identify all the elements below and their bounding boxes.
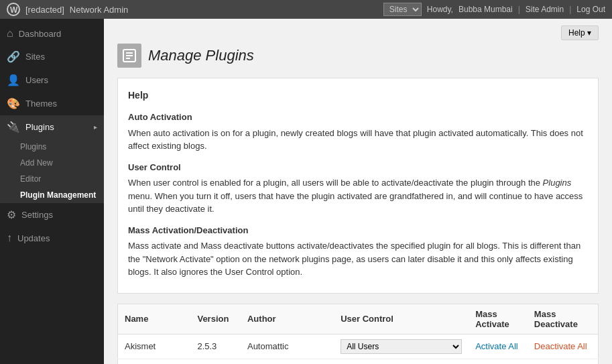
sites-dropdown[interactable]: Sites (383, 3, 422, 16)
mass-activation-heading: Mass Activation/Deactivation (128, 224, 588, 237)
user-control-text-after: menu. When you turn it off, users that h… (128, 191, 583, 215)
plugins-icon: 🔌 (7, 121, 20, 133)
col-author-header: Author (241, 304, 334, 334)
sidebar-item-plugins[interactable]: 🔌 Plugins ▸ (0, 115, 104, 139)
users-icon: 👤 (7, 74, 20, 86)
sidebar-item-label: Settings (21, 210, 53, 220)
col-name-header: Name (118, 304, 191, 334)
sidebar-item-updates[interactable]: ↑ Updates (0, 227, 104, 249)
updates-icon: ↑ (7, 232, 12, 244)
help-bar: Help ▾ (117, 25, 599, 40)
sidebar-item-label: Plugins (25, 122, 54, 132)
help-button[interactable]: Help ▾ (561, 25, 599, 40)
sidebar-item-label: Users (25, 75, 48, 85)
plugins-arrow-icon: ▸ (94, 123, 97, 131)
page-title: Manage Plugins (148, 47, 254, 64)
settings-icon: ⚙ (7, 208, 16, 221)
adminbar-left: W [redacted] Network Admin (7, 3, 128, 16)
plugin-version-hello-dolly: 1.6 (190, 359, 241, 364)
plugin-mass-deactivate-akismet[interactable]: Deactivate All (528, 334, 599, 359)
auto-activation-text: When auto activation is on for a plugin,… (128, 127, 588, 153)
table-row: Akismet 2.5.3 Automattic All Users None … (118, 334, 599, 359)
plugin-name-hello-dolly: Hello Dolly (118, 359, 191, 364)
site-name[interactable]: [redacted] (25, 5, 64, 15)
adminbar-right: Sites Howdy, Bubba Mumbai | Site Admin |… (383, 3, 605, 16)
sidebar-item-label: Updates (17, 233, 50, 243)
sep1: | (518, 5, 520, 14)
plugins-submenu: Plugins Add New Editor Plugin Management (0, 139, 104, 203)
mass-activation-text: Mass activate and Mass deactivate button… (128, 239, 588, 279)
sidebar-item-dashboard[interactable]: ⌂ Dashboard (0, 22, 104, 45)
sidebar-item-sites[interactable]: 🔗 Sites (0, 45, 104, 68)
sep2: | (569, 5, 571, 14)
admin-bar: W [redacted] Network Admin Sites Howdy, … (0, 0, 612, 19)
sidebar-item-themes[interactable]: 🎨 Themes (0, 92, 104, 115)
plugin-table: Name Version Author User Control Mass Ac… (117, 304, 599, 365)
sidebar-item-label: Sites (25, 52, 45, 62)
sites-icon: 🔗 (7, 50, 20, 63)
howdy-text: Howdy, (427, 5, 453, 14)
svg-text:W: W (10, 5, 18, 15)
mass-deactivate-link-akismet[interactable]: Deactivate All (534, 341, 587, 351)
site-admin-link[interactable]: Site Admin (526, 5, 564, 14)
logout-link[interactable]: Log Out (576, 5, 605, 14)
table-row: Hello Dolly 1.6 Matt Mullenweg None All … (118, 359, 599, 364)
sidebar-item-settings[interactable]: ⚙ Settings (0, 203, 104, 227)
user-control-select-akismet[interactable]: All Users None Admins Only Auto-Activate… (341, 339, 462, 354)
wpbody-content: Help ▾ Manage Plugins Help Auto Activat (104, 19, 612, 364)
plugin-user-control-akismet[interactable]: All Users None Admins Only Auto-Activate… (334, 334, 469, 359)
submenu-item-plugin-management[interactable]: Plugin Management (0, 187, 104, 203)
plugin-mass-deactivate-hello-dolly[interactable]: Deactivate All (528, 359, 599, 364)
auto-activation-heading: Auto Activation (128, 111, 588, 124)
main-content: Help ▾ Manage Plugins Help Auto Activat (104, 19, 612, 364)
plugin-mass-activate-akismet[interactable]: Activate All (469, 334, 528, 359)
mass-activate-link-akismet[interactable]: Activate All (475, 341, 518, 351)
network-admin-label: Network Admin (70, 5, 128, 15)
username-link[interactable]: Bubba Mumbai (458, 5, 513, 14)
plugin-version-akismet: 2.5.3 (190, 334, 241, 359)
plugins-italic: Plugins (543, 178, 572, 188)
plugin-mass-activate-hello-dolly[interactable]: Activate All (469, 359, 528, 364)
page-title-icon (117, 44, 141, 68)
col-user-control-header: User Control (334, 304, 469, 334)
help-section: Help Auto Activation When auto activatio… (117, 78, 599, 294)
submenu-item-add-new[interactable]: Add New (0, 155, 104, 171)
col-mass-activate-header: Mass Activate (469, 304, 528, 334)
sites-select-container[interactable]: Sites (383, 3, 422, 16)
sidebar-item-label: Dashboard (19, 29, 62, 39)
plugin-author-hello-dolly: Matt Mullenweg (241, 359, 334, 364)
col-mass-deactivate-header: Mass Deactivate (528, 304, 599, 334)
themes-icon: 🎨 (7, 97, 20, 110)
manage-plugins-icon (121, 48, 137, 64)
plugin-author-akismet: Automattic (241, 334, 334, 359)
page-title-area: Manage Plugins (117, 44, 599, 68)
user-control-text: When user control is enabled for a plugi… (128, 176, 588, 216)
submenu-item-plugins[interactable]: Plugins (0, 139, 104, 155)
user-control-heading: User Control (128, 161, 588, 174)
admin-sidebar: ⌂ Dashboard 🔗 Sites 👤 Users 🎨 Themes 🔌 P… (0, 19, 104, 364)
help-heading: Help (128, 88, 588, 103)
submenu-item-editor[interactable]: Editor (0, 171, 104, 187)
user-control-text-before: When user control is enabled for a plugi… (128, 178, 543, 188)
table-header-row: Name Version Author User Control Mass Ac… (118, 304, 599, 334)
sidebar-item-label: Themes (25, 99, 57, 109)
wp-wrap: ⌂ Dashboard 🔗 Sites 👤 Users 🎨 Themes 🔌 P… (0, 19, 612, 364)
wp-logo-icon: W (7, 3, 20, 16)
plugin-user-control-hello-dolly[interactable]: None All Users Admins Only Auto-Activate… (334, 359, 469, 364)
dashboard-icon: ⌂ (7, 27, 13, 40)
sidebar-item-users[interactable]: 👤 Users (0, 68, 104, 92)
col-version-header: Version (190, 304, 241, 334)
plugin-name-akismet: Akismet (118, 334, 191, 359)
